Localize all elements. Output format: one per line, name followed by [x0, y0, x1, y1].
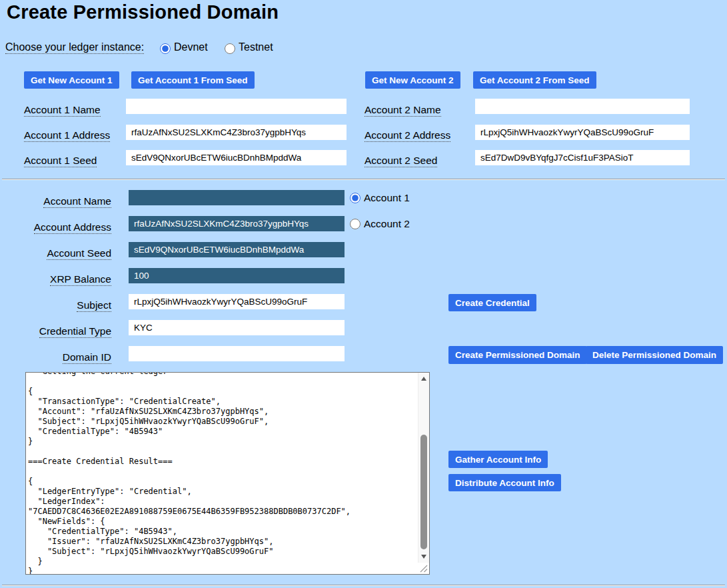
create-credential-button[interactable]: Create Credential [448, 294, 536, 311]
scrollbar[interactable] [418, 373, 429, 563]
get-new-account-1-button[interactable]: Get New Account 1 [24, 71, 119, 89]
account-seed-input[interactable] [129, 242, 345, 257]
account-address-label: Account Address [0, 221, 111, 233]
xrp-balance-input[interactable] [129, 268, 345, 283]
testnet-radio-label: Testnet [239, 41, 273, 53]
account-2-name-label: Account 2 Name [364, 104, 441, 116]
account-1-select-label: Account 1 [364, 192, 410, 204]
get-account-1-from-seed-button[interactable]: Get Account 1 From Seed [131, 71, 255, 89]
account-1-name-input[interactable] [126, 99, 347, 114]
distribute-account-info-button[interactable]: Distribute Account Info [448, 474, 561, 491]
subject-label: Subject [0, 299, 111, 311]
bottom-divider [2, 585, 725, 586]
account-2-address-label: Account 2 Address [364, 129, 450, 141]
ledger-instance-label: Choose your ledger instance: [5, 41, 144, 53]
account-1-name-label: Account 1 Name [24, 104, 101, 116]
page-title: Create Permissioned Domain [7, 1, 279, 23]
account-1-select-radio[interactable] [350, 193, 361, 203]
account-2-seed-label: Account 2 Seed [364, 155, 437, 167]
create-permissioned-domain-page: Create Permissioned Domain Choose your l… [0, 0, 727, 588]
account-name-label: Account Name [0, 195, 111, 207]
account-name-input[interactable] [129, 190, 345, 205]
testnet-radio[interactable] [225, 43, 235, 54]
scroll-down-icon[interactable] [421, 555, 426, 559]
scroll-up-icon[interactable] [421, 377, 426, 381]
get-new-account-2-button[interactable]: Get New Account 2 [365, 71, 460, 89]
resize-grip-icon[interactable] [418, 563, 428, 573]
account-1-seed-label: Account 1 Seed [24, 155, 97, 167]
get-account-2-from-seed-button[interactable]: Get Account 2 From Seed [473, 71, 596, 89]
account-2-seed-input[interactable] [475, 150, 690, 165]
subject-input[interactable] [129, 294, 345, 309]
account-1-address-label: Account 1 Address [24, 129, 110, 141]
gather-account-info-button[interactable]: Gather Account Info [448, 451, 548, 468]
account-2-address-input[interactable] [475, 125, 690, 140]
domain-id-label: Domain ID [0, 351, 111, 363]
account-2-name-input[interactable] [475, 99, 690, 114]
account-address-input[interactable] [129, 216, 345, 231]
devnet-radio[interactable] [160, 43, 171, 54]
domain-id-input[interactable] [129, 346, 345, 361]
scrollbar-thumb[interactable] [420, 435, 427, 549]
results-text: ===Getting the current ledger=== { "Tran… [28, 372, 351, 575]
account-2-select-label: Account 2 [364, 218, 410, 230]
account-2-select-radio[interactable] [350, 219, 361, 229]
delete-permissioned-domain-button[interactable]: Delete Permissioned Domain [586, 346, 723, 364]
credential-type-input[interactable] [129, 320, 345, 335]
devnet-radio-label: Devnet [174, 41, 208, 53]
account-1-address-input[interactable] [126, 125, 347, 140]
credential-type-label: Credential Type [0, 325, 111, 337]
results-textarea[interactable]: ===Getting the current ledger=== { "Tran… [25, 372, 430, 575]
xrp-balance-label: XRP Balance [0, 273, 111, 285]
section-divider [2, 179, 725, 180]
create-permissioned-domain-button[interactable]: Create Permissioned Domain [448, 346, 587, 364]
account-1-seed-input[interactable] [126, 150, 347, 165]
account-seed-label: Account Seed [0, 247, 111, 259]
